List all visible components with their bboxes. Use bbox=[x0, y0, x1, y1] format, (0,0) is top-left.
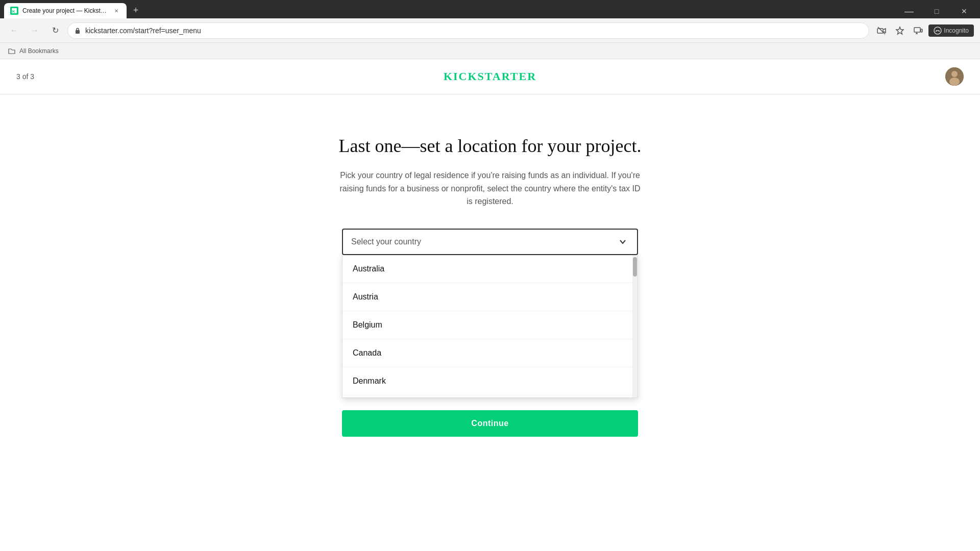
no-video-button[interactable] bbox=[873, 22, 890, 39]
page-main: Last one—set a location for your project… bbox=[337, 94, 643, 437]
forward-button[interactable]: → bbox=[27, 22, 43, 39]
svg-marker-5 bbox=[896, 27, 903, 34]
new-tab-button[interactable]: + bbox=[129, 3, 143, 17]
avatar-image bbox=[945, 67, 964, 86]
svg-point-14 bbox=[951, 71, 958, 77]
forward-icon: → bbox=[31, 26, 39, 35]
user-avatar[interactable] bbox=[945, 67, 964, 86]
bookmark-button[interactable] bbox=[892, 22, 908, 39]
country-dropdown-list[interactable]: Australia Austria Belgium Canada Denmark… bbox=[342, 255, 638, 398]
incognito-icon bbox=[934, 27, 942, 35]
refresh-icon: ↻ bbox=[52, 26, 59, 35]
svg-point-12 bbox=[939, 30, 940, 31]
star-icon bbox=[895, 26, 904, 35]
country-option-austria[interactable]: Austria bbox=[342, 283, 638, 311]
device-button[interactable] bbox=[910, 22, 926, 39]
continue-button[interactable]: Continue bbox=[342, 410, 638, 437]
country-select-button[interactable]: Select your country bbox=[342, 229, 638, 255]
country-selector-container: Select your country Australia Austria bbox=[342, 229, 638, 398]
country-option-belgium[interactable]: Belgium bbox=[342, 311, 638, 339]
dropdown-arrow-icon bbox=[617, 236, 629, 248]
country-option-france[interactable]: France bbox=[342, 395, 638, 398]
tab-close-button[interactable]: ✕ bbox=[112, 7, 120, 15]
browser-toolbar: ← → ↻ kickstarter.com/start?ref=user_men… bbox=[0, 18, 980, 43]
svg-point-11 bbox=[936, 30, 937, 31]
back-button[interactable]: ← bbox=[6, 22, 22, 39]
devices-icon bbox=[914, 26, 923, 35]
toolbar-right: Incognito bbox=[873, 22, 974, 39]
no-camera-icon bbox=[877, 26, 886, 35]
tab-bar: K Create your project — Kickstar... ✕ + … bbox=[0, 0, 980, 18]
svg-rect-2 bbox=[76, 30, 80, 34]
lock-icon bbox=[74, 27, 81, 34]
bookmarks-bar: All Bookmarks bbox=[0, 43, 980, 59]
minimize-button[interactable]: — bbox=[897, 4, 921, 18]
page-content: 3 of 3 KICKSTARTER Last one—set a locati… bbox=[0, 59, 980, 531]
address-bar[interactable]: kickstarter.com/start?ref=user_menu bbox=[67, 22, 869, 39]
page-description: Pick your country of legal residence if … bbox=[337, 169, 643, 208]
bookmarks-label[interactable]: All Bookmarks bbox=[19, 47, 59, 55]
window-controls: — □ ✕ bbox=[897, 4, 976, 18]
scrollbar-track bbox=[632, 255, 638, 397]
country-select-placeholder: Select your country bbox=[351, 237, 617, 246]
kickstarter-logo: KICKSTARTER bbox=[444, 70, 536, 83]
svg-text:K: K bbox=[12, 9, 15, 13]
tab-title: Create your project — Kickstar... bbox=[22, 7, 108, 14]
incognito-button[interactable]: Incognito bbox=[928, 24, 974, 37]
active-tab[interactable]: K Create your project — Kickstar... ✕ bbox=[4, 3, 127, 18]
country-option-denmark[interactable]: Denmark bbox=[342, 367, 638, 395]
refresh-button[interactable]: ↻ bbox=[47, 22, 63, 39]
scrollbar-thumb[interactable] bbox=[633, 257, 637, 277]
page-header: 3 of 3 KICKSTARTER bbox=[0, 59, 980, 94]
country-option-canada[interactable]: Canada bbox=[342, 339, 638, 367]
browser-chrome: K Create your project — Kickstar... ✕ + … bbox=[0, 0, 980, 59]
svg-rect-7 bbox=[921, 29, 922, 32]
close-button[interactable]: ✕ bbox=[952, 4, 976, 18]
maximize-button[interactable]: □ bbox=[925, 4, 948, 18]
svg-rect-6 bbox=[914, 28, 920, 32]
back-icon: ← bbox=[10, 26, 18, 35]
country-option-australia[interactable]: Australia bbox=[342, 255, 638, 283]
url-text: kickstarter.com/start?ref=user_menu bbox=[85, 27, 863, 35]
page-title: Last one—set a location for your project… bbox=[337, 135, 643, 157]
incognito-label: Incognito bbox=[944, 27, 969, 34]
progress-indicator: 3 of 3 bbox=[16, 72, 34, 81]
bookmarks-folder-icon bbox=[8, 47, 15, 55]
continue-button-container: Continue bbox=[342, 402, 638, 437]
tab-favicon: K bbox=[10, 7, 18, 15]
svg-point-15 bbox=[949, 78, 960, 86]
